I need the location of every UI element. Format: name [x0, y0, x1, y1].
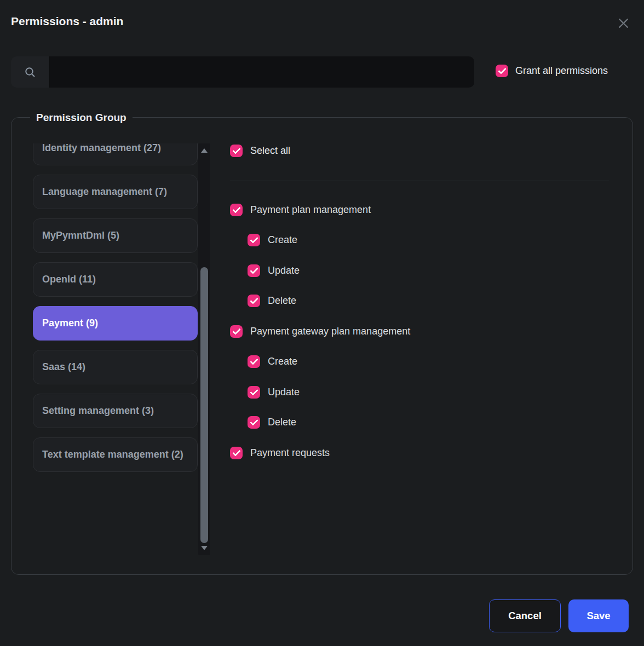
search-icon [24, 66, 37, 79]
panel-divider [230, 181, 609, 181]
group-item-label: Saas (14) [42, 361, 85, 372]
permission-group-legend: Permission Group [30, 111, 133, 124]
permission-row-payment-requests[interactable]: Payment requests [230, 446, 609, 459]
select-all-label: Select all [250, 145, 290, 157]
group-item-label: Identity management (27) [42, 143, 161, 153]
checkbox-checked-icon[interactable] [230, 325, 243, 338]
checkbox-checked-icon[interactable] [248, 295, 260, 307]
permission-label: Delete [268, 417, 296, 428]
permission-rows: Payment plan management Create Update De… [230, 203, 609, 477]
group-item-identity-management[interactable]: Identity management (27) [33, 143, 198, 165]
permission-row-create[interactable]: Create [248, 234, 609, 247]
group-item-label: Text template management (2) [42, 449, 183, 460]
select-all-toggle[interactable]: Select all [230, 145, 290, 157]
permission-row-delete-2[interactable]: Delete [248, 416, 609, 429]
search-group [11, 56, 474, 88]
permission-row-update-2[interactable]: Update [248, 385, 609, 399]
permission-row-payment-plan-management[interactable]: Payment plan management [230, 203, 609, 216]
group-item-saas[interactable]: Saas (14) [33, 350, 198, 384]
checkbox-checked-icon[interactable] [248, 386, 260, 399]
group-item-setting-management[interactable]: Setting management (3) [33, 394, 198, 428]
close-icon [617, 16, 630, 30]
scrollbar-thumb[interactable] [200, 267, 208, 543]
permission-label: Update [268, 387, 300, 398]
permission-row-update[interactable]: Update [248, 264, 609, 277]
group-item-label: OpenId (11) [42, 274, 96, 285]
group-item-label: Payment (9) [42, 318, 98, 328]
save-button[interactable]: Save [568, 599, 629, 632]
checkbox-checked-icon[interactable] [248, 416, 260, 429]
permission-row-create-2[interactable]: Create [248, 355, 609, 368]
scrollbar-down-icon[interactable] [201, 546, 208, 550]
group-item-mypymntdml[interactable]: MyPymntDml (5) [33, 218, 198, 253]
group-item-language-management[interactable]: Language management (7) [33, 175, 198, 209]
permission-label: Delete [268, 295, 296, 307]
permission-row-delete[interactable]: Delete [248, 295, 609, 308]
permission-label: Payment requests [250, 447, 330, 459]
group-item-label: Language management (7) [42, 186, 167, 197]
group-list-scrollbar[interactable] [198, 143, 210, 555]
checkbox-checked-icon[interactable] [230, 447, 243, 459]
permission-label: Payment gateway plan management [250, 326, 410, 337]
checkbox-checked-icon[interactable] [230, 204, 243, 216]
permission-label: Create [268, 356, 297, 367]
group-item-label: MyPymntDml (5) [42, 230, 119, 241]
permission-label: Payment plan management [250, 204, 371, 216]
close-button[interactable] [614, 14, 632, 32]
checkbox-checked-icon[interactable] [230, 145, 243, 157]
group-item-text-template-management[interactable]: Text template management (2) [33, 437, 198, 472]
permission-group-list: Identity management (27) Language manage… [33, 143, 198, 555]
permission-row-payment-gateway-plan-management[interactable]: Payment gateway plan management [230, 325, 609, 338]
checkbox-checked-icon[interactable] [496, 65, 508, 77]
checkbox-checked-icon[interactable] [248, 264, 260, 277]
group-item-openid[interactable]: OpenId (11) [33, 262, 198, 297]
search-input[interactable] [50, 56, 474, 88]
permission-label: Update [268, 265, 300, 276]
grant-all-permissions-toggle[interactable]: Grant all permissions [496, 65, 608, 77]
group-item-payment[interactable]: Payment (9) [33, 306, 198, 341]
scrollbar-up-icon[interactable] [201, 148, 208, 153]
group-item-label: Setting management (3) [42, 405, 154, 416]
cancel-button[interactable]: Cancel [489, 599, 561, 632]
permission-label: Create [268, 234, 297, 246]
checkbox-checked-icon[interactable] [248, 234, 260, 246]
checkbox-checked-icon[interactable] [248, 355, 260, 368]
grant-all-label: Grant all permissions [515, 65, 608, 77]
permissions-dialog: Permissions - admin Grant all permission… [0, 0, 644, 646]
search-addon [11, 56, 50, 88]
dialog-title: Permissions - admin [11, 15, 123, 28]
